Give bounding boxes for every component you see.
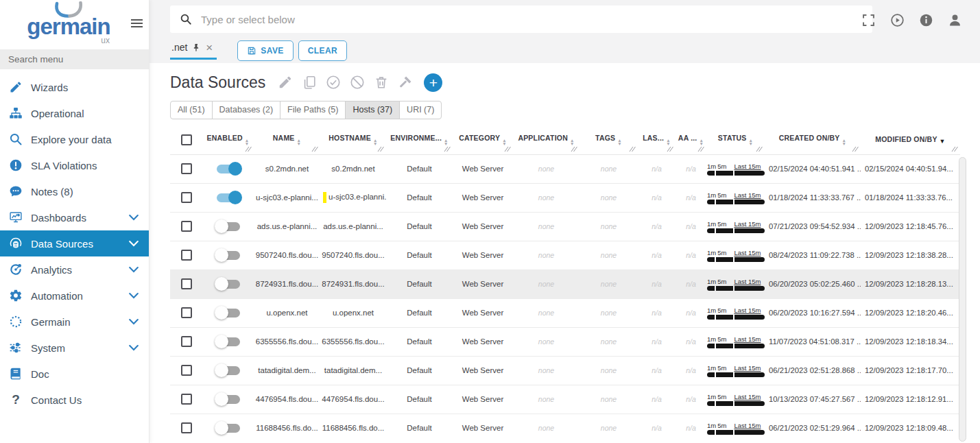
table-row[interactable]: u.openx.netu.openx.netDefaultWeb Servern…: [170, 298, 960, 327]
row-checkbox[interactable]: [181, 221, 192, 232]
sidebar-item-analytics[interactable]: Analytics: [0, 256, 149, 283]
enabled-toggle[interactable]: [217, 280, 240, 289]
row-checkbox[interactable]: [181, 163, 192, 174]
hammer-icon[interactable]: [398, 75, 413, 90]
table-row[interactable]: u-sjc03.e-planni...u-sjc03.e-planni...De…: [170, 183, 960, 212]
table-row[interactable]: 8724931.fls.dou...8724931.fls.dou...Defa…: [170, 270, 960, 298]
row-checkbox[interactable]: [181, 307, 192, 318]
sidebar-item-system[interactable]: System: [0, 335, 149, 361]
tab-hosts-37[interactable]: Hosts (37): [345, 101, 400, 119]
clear-button[interactable]: CLEAR: [298, 40, 347, 61]
table-row[interactable]: s0.2mdn.nets0.2mdn.netDefaultWeb Servern…: [170, 154, 960, 183]
col-hostname[interactable]: HOSTNAME▲▼: [320, 125, 386, 154]
chevron-down-icon[interactable]: [127, 341, 141, 355]
column-resize-handle[interactable]: [377, 145, 384, 152]
sort-icon[interactable]: ▲▼: [297, 139, 302, 145]
sidebar-item-data-sources[interactable]: Data Sources: [0, 230, 149, 256]
enabled-toggle[interactable]: [217, 424, 240, 433]
column-resize-handle[interactable]: [852, 145, 859, 152]
sidebar-item-notes-8[interactable]: Notes (8): [0, 178, 149, 204]
enabled-toggle[interactable]: [217, 251, 240, 260]
check-circle-icon[interactable]: [326, 75, 341, 90]
col-las[interactable]: LAS...▲▼: [638, 125, 676, 154]
col-modified[interactable]: MODIFIED ON/BY▼: [861, 125, 960, 154]
row-checkbox[interactable]: [181, 394, 192, 405]
table-row[interactable]: tatadigital.dem...tatadigital.dem...Defa…: [170, 356, 960, 385]
col-environment[interactable]: ENVIRONME...▲▼: [386, 125, 453, 154]
table-row[interactable]: 4476954.fls.dou...4476954.fls.dou...Defa…: [170, 385, 960, 414]
sort-icon[interactable]: ▲▼: [749, 139, 754, 145]
sidebar-item-wizards[interactable]: Wizards: [0, 74, 149, 100]
column-resize-handle[interactable]: [571, 145, 577, 152]
select-all-checkbox[interactable]: [181, 134, 192, 145]
sidebar-search[interactable]: [0, 49, 149, 69]
info-icon[interactable]: [919, 13, 933, 27]
row-checkbox[interactable]: [181, 365, 192, 376]
sidebar-item-explore-your-data[interactable]: Explore your data: [0, 126, 149, 152]
pin-icon[interactable]: [192, 43, 201, 52]
col-category[interactable]: CATEGORY▲▼: [453, 125, 513, 154]
ban-icon[interactable]: [350, 75, 365, 90]
play-circle-icon[interactable]: [890, 13, 905, 27]
trash-icon[interactable]: [374, 75, 389, 90]
enabled-toggle[interactable]: [217, 395, 240, 404]
enabled-toggle[interactable]: [217, 366, 240, 375]
sidebar-item-doc[interactable]: Doc: [0, 361, 149, 387]
vertical-scrollbar[interactable]: [959, 157, 966, 442]
sidebar-item-contact-us[interactable]: ?Contact Us: [0, 387, 149, 413]
col-aa[interactable]: AA ...▲▼: [676, 125, 706, 154]
table-row[interactable]: 6355556.fls.dou...6355556.fls.dou...Defa…: [170, 327, 960, 356]
enabled-toggle[interactable]: [217, 337, 240, 346]
chevron-down-icon[interactable]: [127, 211, 141, 224]
tab-databases-2[interactable]: Databases (2): [212, 101, 281, 119]
column-resize-handle[interactable]: [756, 145, 763, 152]
row-checkbox[interactable]: [181, 336, 192, 347]
row-checkbox[interactable]: [181, 278, 192, 289]
col-enabled[interactable]: ENABLED▲▼: [202, 125, 254, 154]
row-checkbox[interactable]: [181, 250, 192, 261]
scrollbar-thumb[interactable]: [959, 157, 966, 442]
fullscreen-icon[interactable]: [861, 13, 876, 27]
column-resize-handle[interactable]: [311, 145, 318, 152]
table-row[interactable]: ads.us.e-planni...ads.us.e-planni...Defa…: [170, 212, 960, 241]
sidebar-item-dashboards[interactable]: Dashboards: [0, 204, 149, 230]
sort-icon[interactable]: ▲▼: [842, 139, 847, 145]
close-icon[interactable]: ×: [206, 43, 213, 52]
column-resize-handle[interactable]: [504, 145, 511, 152]
filter-chip[interactable]: .net ×: [170, 40, 217, 60]
enabled-toggle[interactable]: [217, 222, 240, 231]
sidebar-search-input[interactable]: [7, 53, 142, 65]
col-application[interactable]: APPLICATION▲▼: [513, 125, 579, 154]
column-resize-handle[interactable]: [951, 145, 958, 152]
hamburger-menu-icon[interactable]: [131, 17, 143, 29]
tab-uri-7[interactable]: URI (7): [399, 101, 442, 119]
add-button[interactable]: +: [424, 73, 442, 92]
col-status[interactable]: STATUS▲▼: [706, 125, 765, 154]
column-resize-handle[interactable]: [245, 145, 252, 152]
chevron-down-icon[interactable]: [127, 237, 141, 250]
col-name[interactable]: NAME▲▼: [254, 125, 320, 154]
sort-desc-icon[interactable]: ▼: [940, 139, 946, 144]
sort-icon[interactable]: ▲▼: [617, 139, 622, 145]
enabled-toggle[interactable]: [217, 309, 240, 318]
table-row[interactable]: 11688456.fls.do...11688456.fls.do...Defa…: [170, 414, 960, 442]
edit-icon[interactable]: [278, 75, 293, 90]
tab-all-51[interactable]: All (51): [170, 101, 213, 119]
column-resize-handle[interactable]: [697, 145, 704, 152]
enabled-toggle[interactable]: [217, 193, 240, 202]
chevron-down-icon[interactable]: [127, 315, 141, 328]
sidebar-item-sla-violations[interactable]: SLA Violations: [0, 152, 149, 178]
chevron-down-icon[interactable]: [127, 263, 141, 276]
col-tags[interactable]: TAGS▲▼: [579, 125, 638, 154]
enabled-toggle[interactable]: [217, 165, 240, 173]
row-checkbox[interactable]: [181, 192, 192, 203]
row-checkbox[interactable]: [181, 422, 192, 433]
column-resize-handle[interactable]: [667, 145, 673, 152]
user-icon[interactable]: [948, 13, 962, 27]
column-resize-handle[interactable]: [629, 145, 636, 152]
chevron-down-icon[interactable]: [127, 289, 141, 302]
tab-file-paths-5[interactable]: File Paths (5): [280, 101, 346, 119]
sidebar-item-operational[interactable]: Operational: [0, 100, 149, 126]
save-button[interactable]: SAVE: [237, 40, 293, 61]
sidebar-item-germain[interactable]: Germain: [0, 309, 149, 335]
